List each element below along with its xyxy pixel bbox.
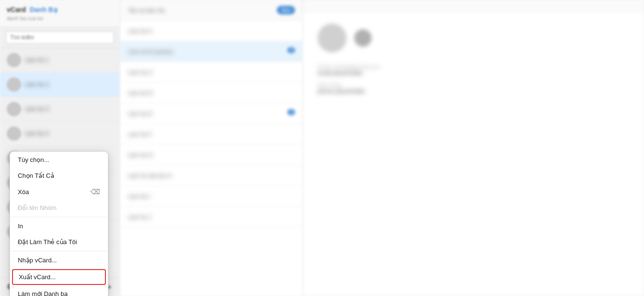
menu-item-label: Tùy chọn... <box>18 156 49 163</box>
contact-avatar <box>7 77 21 92</box>
middle-list-item[interactable]: Lien he I <box>120 186 303 207</box>
menu-item-label: Xóa <box>18 188 29 196</box>
contact-name: Lien he 1 <box>25 57 49 63</box>
menu-separator <box>10 251 108 251</box>
middle-item-text: Lien he E <box>128 111 153 117</box>
middle-item-text: Lien he F <box>128 131 152 138</box>
detail-avatar <box>318 24 347 52</box>
detail-field-phone: Dien thoai phone placeholder <box>318 82 630 95</box>
contact-avatar <box>7 102 21 116</box>
middle-item-badge: 3 <box>287 47 295 53</box>
menu-item-label: Làm mới Danh bạ <box>18 290 68 296</box>
contact-item[interactable]: Lien he 2 <box>0 73 120 97</box>
contact-item[interactable]: Lien he 1 <box>0 48 120 73</box>
menu-item-doi-ten-nhom: Đổi tên Nhóm <box>10 200 108 216</box>
middle-item-text: Lien he B (active) <box>128 49 173 55</box>
detail-field-value: phone placeholder <box>318 88 630 95</box>
middle-list-item[interactable]: 3 Lien he B (active) <box>120 41 303 62</box>
detail-field-email: Email: tendan@email.com email placeholde… <box>318 64 630 76</box>
sidebar-header: vCard Danh Bạ danh ba cua toi <box>0 0 120 27</box>
detail-field-value: email placeholder <box>318 70 630 76</box>
menu-item-lam-moi-danh-ba[interactable]: Làm mới Danh bạ <box>10 286 108 296</box>
new-button[interactable]: Moi <box>277 6 295 14</box>
detail-header <box>303 0 644 12</box>
menu-item-in[interactable]: In <box>10 218 108 234</box>
delete-icon: ⌫ <box>90 188 100 196</box>
middle-item-text: Lien he I <box>128 193 150 200</box>
contact-item[interactable]: Lien he 3 <box>0 97 120 122</box>
middle-item-text: Lien he D <box>128 90 153 97</box>
sidebar-search-container <box>0 27 120 48</box>
sidebar-title-accent: Danh Bạ <box>30 6 58 13</box>
menu-item-xoa[interactable]: Xóa ⌫ <box>10 184 108 200</box>
menu-item-xuat-vcard[interactable]: Xuất vCard... <box>12 269 106 285</box>
app-container: vCard Danh Bạ danh ba cua toi Lien he 1 … <box>0 0 644 296</box>
sidebar-subtitle: danh ba cua toi <box>7 15 113 21</box>
menu-item-label: Đổi tên Nhóm <box>18 204 56 211</box>
menu-item-tuy-chon[interactable]: Tùy chọn... <box>10 152 108 168</box>
menu-item-label: In <box>18 222 23 230</box>
context-menu: Tùy chọn... Chọn Tất Cả Xóa ⌫ Đổi tên Nh… <box>10 151 108 296</box>
menu-item-chon-tat-ca[interactable]: Chọn Tất Cả <box>10 168 108 184</box>
middle-item-badge: 1 <box>287 109 295 115</box>
middle-header: Tat ca lien he Moi <box>120 0 303 21</box>
middle-item-text: Lien he A <box>128 28 152 35</box>
middle-header-title: Tat ca lien he <box>128 7 165 14</box>
search-input[interactable] <box>6 31 114 44</box>
middle-list-item[interactable]: 1 Lien he E <box>120 103 303 124</box>
middle-list-item[interactable]: Lien he dai ten H <box>120 165 303 186</box>
menu-item-label: Đặt Làm Thẻ của Tôi <box>18 238 77 246</box>
middle-item-text: Lien he C <box>128 69 153 76</box>
detail-panel: Email: tendan@email.com email placeholde… <box>303 0 644 296</box>
middle-item-text: Lien he G <box>128 152 153 159</box>
menu-item-nhap-vcard[interactable]: Nhập vCard... <box>10 252 108 268</box>
middle-list: Lien he A 3 Lien he B (active) Lien he C… <box>120 21 303 296</box>
middle-panel: Tat ca lien he Moi Lien he A 3 Lien he B… <box>120 0 303 296</box>
middle-list-item[interactable]: Lien he J <box>120 207 303 227</box>
contact-name: Lien he 4 <box>25 130 49 137</box>
menu-item-label: Nhập vCard... <box>18 257 57 264</box>
menu-item-label: Chọn Tất Cả <box>18 172 54 179</box>
detail-avatar-icon <box>354 29 372 47</box>
contact-name: Lien he 2 <box>25 81 49 88</box>
contact-avatar <box>7 126 21 141</box>
middle-list-item[interactable]: Lien he C <box>120 62 303 83</box>
middle-list-item[interactable]: Lien he A <box>120 21 303 41</box>
menu-item-label: Xuất vCard... <box>19 273 56 281</box>
middle-item-text: Lien he dai ten H <box>128 173 172 179</box>
detail-fields: Email: tendan@email.com email placeholde… <box>303 64 644 100</box>
menu-item-dat-lam-the[interactable]: Đặt Làm Thẻ của Tôi <box>10 234 108 250</box>
contact-item[interactable]: Lien he 4 <box>0 122 120 146</box>
sidebar-title-text: vCard <box>7 6 26 13</box>
middle-list-item[interactable]: Lien he D <box>120 83 303 103</box>
contact-avatar <box>7 53 21 67</box>
menu-separator <box>10 217 108 217</box>
middle-item-text: Lien he J <box>128 214 152 221</box>
middle-list-item[interactable]: Lien he F <box>120 124 303 145</box>
detail-field-label: Dien thoai <box>318 82 630 88</box>
sidebar-title-bar: vCard Danh Bạ <box>7 6 113 13</box>
detail-field-label: Email: tendan@email.com <box>318 64 630 70</box>
middle-list-item[interactable]: Lien he G <box>120 145 303 165</box>
contact-name: Lien he 3 <box>25 106 49 112</box>
detail-contact-info <box>303 12 644 64</box>
